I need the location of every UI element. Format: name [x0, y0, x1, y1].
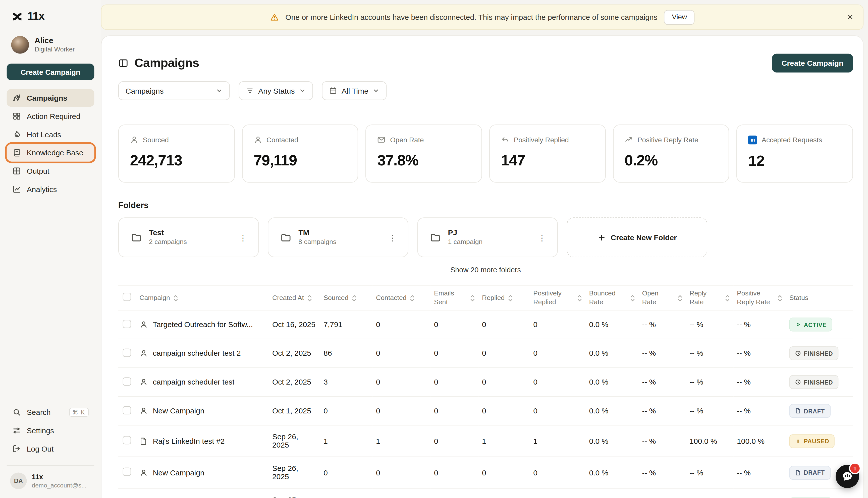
row-checkbox[interactable] [123, 436, 131, 444]
row-checkbox[interactable] [123, 349, 131, 357]
sidebar-footer-item[interactable]: Log Out [7, 440, 94, 458]
banner-close-button[interactable]: × [845, 10, 855, 24]
stat-label: Accepted Requests [762, 136, 822, 144]
sidebar-nav-item[interactable]: Knowledge Base [7, 144, 94, 162]
sort-icon[interactable] [173, 294, 178, 302]
sort-icon[interactable] [725, 294, 730, 302]
column-bounced-rate[interactable]: Bounced Rate [586, 286, 639, 310]
sort-icon[interactable] [351, 294, 357, 302]
sort-icon[interactable] [470, 294, 475, 302]
campaign-row[interactable]: campaign scheduler test 2 Oct 2, 2025 86… [118, 339, 853, 368]
cell-sourced: 86 [320, 339, 373, 368]
chat-notification-badge: 1 [849, 463, 861, 474]
squares-icon [12, 112, 21, 120]
cell-sourced: 1 [320, 425, 373, 457]
campaign-row[interactable]: Raj's LinkedIn test Sep 25, 2025 1 1 0 0… [118, 488, 853, 498]
cell-open-rate: -- % [639, 457, 686, 488]
filter-bar: Campaigns Any Status All Time [118, 81, 853, 100]
column-status[interactable]: Status [786, 286, 853, 310]
campaign-row[interactable]: Targeted Outreach for Softw... Oct 16, 2… [118, 310, 853, 339]
sidebar-nav-item[interactable]: Hot Leads [7, 126, 94, 143]
main-area: One or more LinkedIn accounts have been … [101, 0, 868, 498]
account-switcher[interactable]: DA 11x demo_account@s... [7, 466, 94, 490]
folder-menu-button[interactable]: ⋮ [534, 231, 549, 244]
user-avatar [11, 36, 29, 54]
create-new-folder-button[interactable]: Create New Folder [567, 218, 708, 257]
sidebar-nav-item[interactable]: Action Required [7, 107, 94, 125]
stat-label: Sourced [143, 136, 169, 144]
sidebar-toggle-icon[interactable] [118, 58, 128, 68]
sidebar-nav-item[interactable]: Campaigns [7, 89, 94, 107]
stat-value: 0.2% [625, 152, 717, 169]
sort-icon[interactable] [630, 294, 635, 302]
sidebar-footer-item[interactable]: Settings [7, 422, 94, 440]
cell-bounced-rate: 0.0 % [586, 397, 639, 425]
status-badge: FINISHED [789, 346, 839, 360]
banner-view-button[interactable]: View [664, 10, 695, 25]
view-type-dropdown[interactable]: Campaigns [118, 81, 230, 100]
sidebar-nav-item[interactable]: Output [7, 162, 94, 180]
cell-created-at: Oct 1, 2025 [269, 397, 320, 425]
folder-icon [131, 232, 142, 243]
sort-icon[interactable] [777, 294, 782, 302]
cell-emails-sent: 0 [431, 310, 479, 339]
folder-name: PJ [448, 228, 483, 238]
row-checkbox[interactable] [123, 319, 131, 328]
select-all-checkbox[interactable] [123, 293, 131, 301]
column-emails-sent[interactable]: Emails Sent [431, 286, 479, 310]
cell-contacted: 0 [373, 457, 431, 488]
filter-icon [246, 87, 254, 95]
select-all-header[interactable] [118, 286, 136, 310]
sidebar-nav-item[interactable]: Analytics [7, 181, 94, 198]
campaign-row[interactable]: Raj's LinkedIn test #2 Sep 26, 2025 1 1 … [118, 425, 853, 457]
status-label: FINISHED [804, 379, 833, 385]
column-created-at[interactable]: Created At [269, 286, 320, 310]
sort-icon[interactable] [577, 294, 582, 302]
folder-menu-button[interactable]: ⋮ [235, 231, 250, 244]
sidebar-footer-item[interactable]: Search ⌘ K [7, 403, 94, 421]
sidebar-spacer [7, 198, 94, 403]
grid-icon [12, 167, 21, 175]
cell-status: ACTIVE [786, 488, 853, 498]
cell-checkbox [118, 425, 136, 457]
cell-bounced-rate: 0.0 % [586, 425, 639, 457]
row-checkbox[interactable] [123, 377, 131, 385]
banner-message: One or more LinkedIn accounts have been … [285, 13, 657, 21]
column-sourced[interactable]: Sourced [320, 286, 373, 310]
campaign-row[interactable]: campaign scheduler test Oct 2, 2025 3 0 … [118, 368, 853, 397]
sort-icon[interactable] [410, 294, 415, 302]
cell-campaign: campaign scheduler test [136, 368, 269, 397]
column-open-rate[interactable]: Open Rate [639, 286, 686, 310]
time-filter-dropdown[interactable]: All Time [322, 81, 387, 100]
row-checkbox[interactable] [123, 406, 131, 414]
chat-widget-button[interactable]: 1 [835, 465, 859, 488]
create-campaign-button[interactable]: Create Campaign [772, 54, 853, 73]
sort-icon[interactable] [307, 294, 312, 302]
cell-reply-rate: 0.0 % [686, 488, 734, 498]
campaign-row[interactable]: New Campaign Oct 1, 2025 0 0 0 0 0 0.0 %… [118, 397, 853, 425]
sidebar-create-campaign-button[interactable]: Create Campaign [7, 64, 94, 80]
show-more-folders-button[interactable]: Show 20 more folders [447, 265, 524, 274]
column-replied[interactable]: Replied [479, 286, 530, 310]
column-campaign[interactable]: Campaign [136, 286, 269, 310]
folder-card[interactable]: PJ 1 campaign ⋮ [417, 218, 558, 257]
row-checkbox[interactable] [123, 468, 131, 476]
column-positively-replied[interactable]: Positively Replied [530, 286, 586, 310]
folder-count: 8 campaigns [298, 238, 336, 247]
column-contacted[interactable]: Contacted [373, 286, 431, 310]
campaign-row[interactable]: New Campaign Sep 26, 2025 0 0 0 0 0 0.0 … [118, 457, 853, 488]
column-reply-rate[interactable]: Reply Rate [686, 286, 734, 310]
draft-file-icon [795, 470, 801, 476]
folder-card[interactable]: TM 8 campaigns ⋮ [268, 218, 409, 257]
status-badge: DRAFT [789, 466, 830, 480]
column-positive-reply-rate[interactable]: Positive Reply Rate [734, 286, 786, 310]
folder-menu-button[interactable]: ⋮ [385, 231, 400, 244]
cell-emails-sent: 0 [431, 457, 479, 488]
stat-card: Sourced 242,713 [118, 124, 235, 183]
folder-card[interactable]: Test 2 campaigns ⋮ [118, 218, 259, 257]
sort-icon[interactable] [508, 294, 513, 302]
cell-bounced-rate: 0.0 % [586, 339, 639, 368]
logo-text: 11x [27, 10, 44, 23]
status-filter-dropdown[interactable]: Any Status [239, 81, 313, 100]
sort-icon[interactable] [677, 294, 683, 302]
